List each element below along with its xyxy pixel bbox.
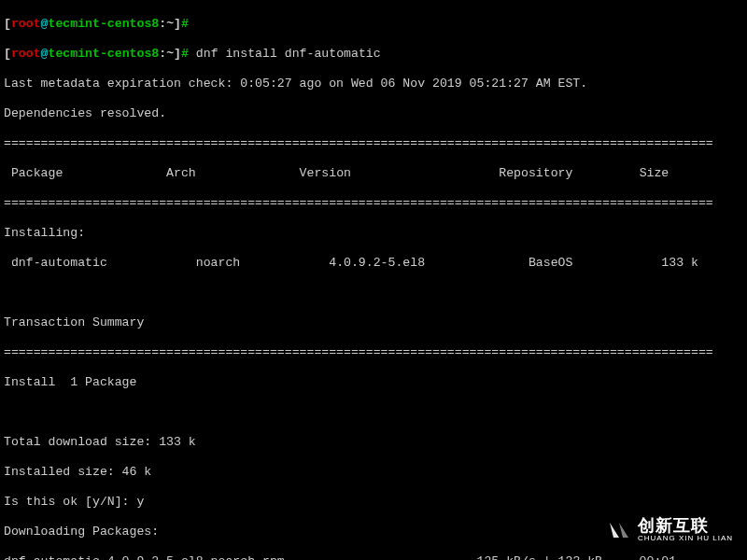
package-row: dnf-automatic noarch 4.0.9.2-5.el8 BaseO…: [4, 256, 743, 271]
download-file: dnf-automatic-4.0.9.2-5.el8.noarch.rpm 1…: [4, 554, 743, 560]
table-header: Package Arch Version Repository Size: [4, 166, 743, 181]
command-text: dnf install dnf-automatic: [189, 47, 381, 61]
logo-icon: [606, 519, 632, 545]
logo-text: 创新互联 CHUANG XIN HU LIAN: [638, 518, 733, 546]
total-download: Total download size: 133 k: [4, 435, 743, 450]
divider: ========================================…: [4, 196, 743, 211]
confirm-prompt: Is this ok [y/N]: y: [4, 495, 743, 510]
summary-install: Install 1 Package: [4, 375, 743, 390]
resolved-line: Dependencies resolved.: [4, 106, 743, 121]
watermark-logo: 创新互联 CHUANG XIN HU LIAN: [606, 518, 733, 546]
metadata-line: Last metadata expiration check: 0:05:27 …: [4, 77, 743, 91]
installed-size: Installed size: 46 k: [4, 465, 743, 480]
blank-line: [4, 286, 743, 301]
terminal-output[interactable]: [root@tecmint-centos8:~]# [root@tecmint-…: [0, 0, 747, 560]
prompt-line-1: [root@tecmint-centos8:~]#: [4, 17, 743, 32]
divider: ========================================…: [4, 345, 743, 360]
divider: ========================================…: [4, 136, 743, 151]
prompt-line-2: [root@tecmint-centos8:~]# dnf install dn…: [4, 47, 743, 62]
blank-line: [4, 405, 743, 420]
installing-label: Installing:: [4, 226, 743, 241]
summary-title: Transaction Summary: [4, 315, 743, 330]
